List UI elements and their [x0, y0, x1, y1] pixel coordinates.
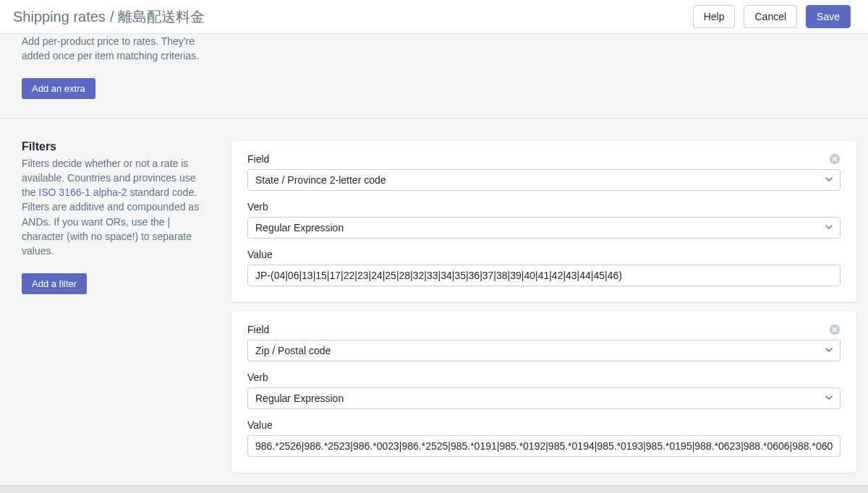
filter-verb-select[interactable] — [247, 387, 841, 409]
content-scroll[interactable]: Additional cost per item Add per-product… — [0, 34, 868, 485]
extras-description: Add per-product price to rates. They're … — [22, 34, 203, 64]
breadcrumb: Shipping rates / 離島配送料金 — [13, 7, 205, 27]
field-label: Field — [247, 153, 841, 165]
field-label: Field — [247, 324, 841, 335]
filter-card: Field Verb — [231, 311, 856, 473]
filter-verb-select[interactable] — [247, 217, 841, 239]
filter-field-select[interactable] — [247, 169, 841, 191]
remove-filter-icon[interactable] — [829, 324, 842, 337]
filter-value-input[interactable] — [247, 435, 841, 457]
breadcrumb-leaf: 離島配送料金 — [118, 7, 205, 27]
topbar: Shipping rates / 離島配送料金 Help Cancel Save — [0, 0, 868, 34]
extras-section: Additional cost per item Add per-product… — [0, 34, 868, 118]
filters-section: Filters Filters decide whether or not a … — [0, 118, 868, 485]
save-button[interactable]: Save — [806, 5, 851, 28]
breadcrumb-separator: / — [110, 9, 114, 25]
breadcrumb-root[interactable]: Shipping rates — [13, 9, 106, 25]
topbar-actions: Help Cancel Save — [693, 5, 851, 28]
cancel-button[interactable]: Cancel — [744, 5, 797, 28]
add-a-filter-button[interactable]: Add a filter — [22, 273, 87, 294]
filter-card: Field Verb — [231, 140, 856, 302]
filters-description: Filters decide whether or not a rate is … — [22, 156, 203, 259]
verb-label: Verb — [247, 201, 841, 213]
verb-label: Verb — [247, 372, 841, 383]
value-label: Value — [247, 419, 841, 431]
filters-heading: Filters — [22, 140, 203, 153]
filter-value-input[interactable] — [247, 265, 841, 286]
help-button[interactable]: Help — [693, 5, 736, 28]
filter-field-select[interactable] — [247, 340, 841, 361]
remove-filter-icon[interactable] — [829, 153, 842, 166]
add-an-extra-button[interactable]: Add an extra — [22, 78, 95, 99]
iso-link[interactable]: ISO 3166-1 alpha-2 — [38, 187, 127, 198]
value-label: Value — [247, 249, 841, 260]
statusbar — [0, 485, 868, 493]
